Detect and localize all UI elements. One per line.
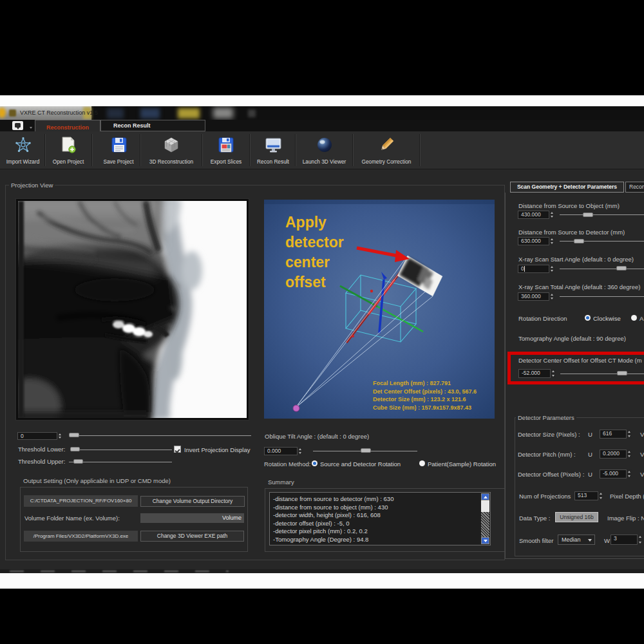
svg-text:Det Center Offset (pixels) : 4: Det Center Offset (pixels) : 43.0, 567.6 [373,388,477,395]
svg-text:center: center [285,254,330,270]
svg-text:Apply: Apply [285,214,327,231]
svg-text:Detector Size (mm) : 123.2 x 1: Detector Size (mm) : 123.2 x 121.6 [373,396,466,402]
svg-text:Cube Size (mm) : 157.9x157.9x8: Cube Size (mm) : 157.9x157.9x87.43 [373,404,471,411]
svg-text:detector: detector [285,234,344,251]
svg-text:Focal Length (mm) : 827.791: Focal Length (mm) : 827.791 [373,380,451,386]
svg-text:offset: offset [285,274,326,290]
